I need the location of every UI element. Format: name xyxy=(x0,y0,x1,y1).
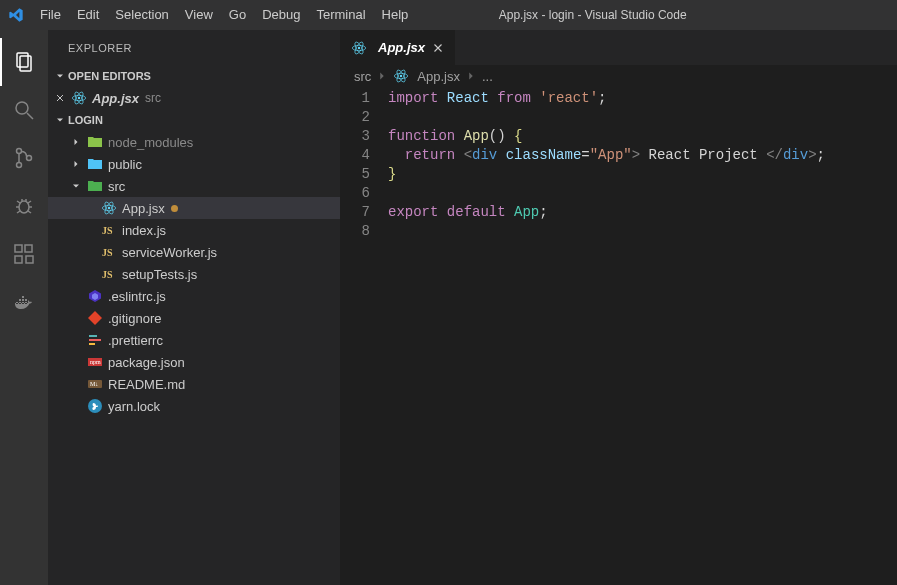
file-tree: node_modulespublicsrcApp.jsxJSindex.jsJS… xyxy=(48,131,340,417)
line-number: 1 xyxy=(340,89,370,108)
svg-point-4 xyxy=(17,149,22,154)
chevron-down-icon xyxy=(52,70,68,82)
svg-point-2 xyxy=(16,102,28,114)
svg-point-48 xyxy=(400,75,402,77)
close-icon[interactable] xyxy=(431,41,445,55)
close-icon[interactable] xyxy=(54,92,70,104)
code-line[interactable]: return <div className="App"> React Proje… xyxy=(388,146,897,165)
chevron-right-icon xyxy=(70,136,86,148)
line-number: 5 xyxy=(340,165,370,184)
code-editor[interactable]: 12345678 import React from 'react'; func… xyxy=(340,87,897,585)
breadcrumb-item[interactable]: ... xyxy=(482,69,493,84)
code-content[interactable]: import React from 'react'; function App(… xyxy=(388,89,897,585)
code-line[interactable] xyxy=(388,108,897,127)
file-README.md[interactable]: M↓README.md xyxy=(48,373,340,395)
activity-bar xyxy=(0,30,48,585)
explorer-sidebar: EXPLORER OPEN EDITORS App.jsxsrc LOGIN n… xyxy=(48,30,340,585)
code-line[interactable]: export default App; xyxy=(388,203,897,222)
svg-rect-17 xyxy=(15,256,22,263)
tab-app-jsx[interactable]: App.jsx xyxy=(340,30,456,65)
open-editor-item[interactable]: App.jsxsrc xyxy=(48,87,340,109)
menu-edit[interactable]: Edit xyxy=(69,0,107,30)
line-gutter: 12345678 xyxy=(340,89,388,585)
folder-node-icon xyxy=(86,134,104,150)
file-index.js[interactable]: JSindex.js xyxy=(48,219,340,241)
react-icon xyxy=(350,40,368,56)
tree-item-label: src xyxy=(108,179,125,194)
tree-item-label: .prettierrc xyxy=(108,333,163,348)
chevron-right-icon xyxy=(464,69,478,83)
folder-public[interactable]: public xyxy=(48,153,340,175)
react-icon xyxy=(100,200,118,216)
chevron-down-icon xyxy=(70,180,86,192)
svg-text:JS: JS xyxy=(102,225,113,236)
activity-debug[interactable] xyxy=(0,182,48,230)
menu-debug[interactable]: Debug xyxy=(254,0,308,30)
tree-item-label: yarn.lock xyxy=(108,399,160,414)
prettier-icon xyxy=(86,332,104,348)
menu-view[interactable]: View xyxy=(177,0,221,30)
activity-scm[interactable] xyxy=(0,134,48,182)
activity-explorer[interactable] xyxy=(0,38,48,86)
folder-node_modules[interactable]: node_modules xyxy=(48,131,340,153)
file-package.json[interactable]: npmpackage.json xyxy=(48,351,340,373)
svg-line-12 xyxy=(17,211,20,213)
modified-indicator xyxy=(171,205,178,212)
svg-rect-34 xyxy=(89,339,101,341)
sidebar-title: EXPLORER xyxy=(48,30,340,65)
menu-help[interactable]: Help xyxy=(374,0,417,30)
folder-public-icon xyxy=(86,156,104,172)
code-line[interactable]: } xyxy=(388,165,897,184)
svg-line-10 xyxy=(17,201,20,203)
svg-text:M↓: M↓ xyxy=(90,381,98,387)
svg-text:JS: JS xyxy=(102,247,113,258)
menu-terminal[interactable]: Terminal xyxy=(308,0,373,30)
svg-point-27 xyxy=(108,207,110,209)
file-.gitignore[interactable]: .gitignore xyxy=(48,307,340,329)
react-icon xyxy=(393,68,409,84)
menu-selection[interactable]: Selection xyxy=(107,0,176,30)
file-.prettierrc[interactable]: .prettierrc xyxy=(48,329,340,351)
svg-point-6 xyxy=(27,156,32,161)
file-.eslintrc.js[interactable]: .eslintrc.js xyxy=(48,285,340,307)
code-line[interactable]: import React from 'react'; xyxy=(388,89,897,108)
code-line[interactable] xyxy=(388,222,897,241)
svg-point-5 xyxy=(17,163,22,168)
file-serviceWorker.js[interactable]: JSserviceWorker.js xyxy=(48,241,340,263)
folder-header[interactable]: LOGIN xyxy=(48,109,340,131)
chevron-right-icon xyxy=(70,158,86,170)
npm-icon: npm xyxy=(86,354,104,370)
open-editors-header[interactable]: OPEN EDITORS xyxy=(48,65,340,87)
svg-line-11 xyxy=(28,201,31,203)
breadcrumb-item[interactable]: src xyxy=(354,69,371,84)
title-bar: FileEditSelectionViewGoDebugTerminalHelp… xyxy=(0,0,897,30)
open-editor-name: App.jsx xyxy=(92,91,139,106)
svg-point-7 xyxy=(19,201,29,213)
editor-tabs: App.jsx xyxy=(340,30,897,65)
tree-item-label: .eslintrc.js xyxy=(108,289,166,304)
folder-src[interactable]: src xyxy=(48,175,340,197)
chevron-down-icon xyxy=(52,114,68,126)
activity-search[interactable] xyxy=(0,86,48,134)
activity-docker[interactable] xyxy=(0,278,48,326)
breadcrumb-item[interactable]: App.jsx xyxy=(417,69,460,84)
md-icon: M↓ xyxy=(86,376,104,392)
git-icon xyxy=(86,310,104,326)
line-number: 2 xyxy=(340,108,370,127)
file-App.jsx[interactable]: App.jsx xyxy=(48,197,340,219)
menu-file[interactable]: File xyxy=(32,0,69,30)
tree-item-label: README.md xyxy=(108,377,185,392)
code-line[interactable]: function App() { xyxy=(388,127,897,146)
tree-item-label: .gitignore xyxy=(108,311,161,326)
breadcrumbs[interactable]: srcApp.jsx... xyxy=(340,65,897,87)
code-line[interactable] xyxy=(388,184,897,203)
menu-go[interactable]: Go xyxy=(221,0,254,30)
file-setupTests.js[interactable]: JSsetupTests.js xyxy=(48,263,340,285)
open-editor-path: src xyxy=(145,91,161,105)
line-number: 6 xyxy=(340,184,370,203)
tree-item-label: serviceWorker.js xyxy=(122,245,217,260)
file-yarn.lock[interactable]: yarn.lock xyxy=(48,395,340,417)
activity-extensions[interactable] xyxy=(0,230,48,278)
line-number: 3 xyxy=(340,127,370,146)
window-title: App.jsx - login - Visual Studio Code xyxy=(416,8,889,22)
